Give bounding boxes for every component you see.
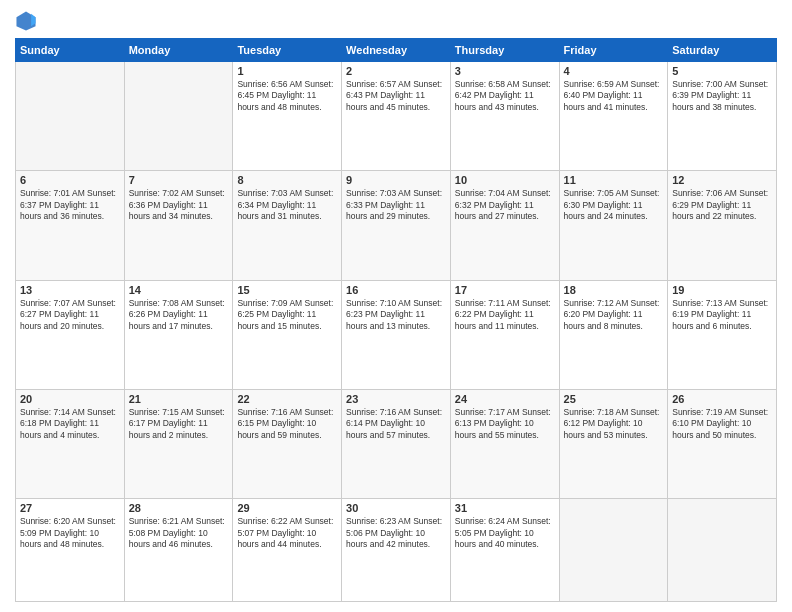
day-info: Sunrise: 7:00 AM Sunset: 6:39 PM Dayligh… [672,79,772,113]
calendar-cell: 24Sunrise: 7:17 AM Sunset: 6:13 PM Dayli… [450,389,559,498]
calendar-cell: 20Sunrise: 7:14 AM Sunset: 6:18 PM Dayli… [16,389,125,498]
day-number: 13 [20,284,120,296]
calendar-cell: 2Sunrise: 6:57 AM Sunset: 6:43 PM Daylig… [342,62,451,171]
calendar-cell: 13Sunrise: 7:07 AM Sunset: 6:27 PM Dayli… [16,280,125,389]
day-number: 2 [346,65,446,77]
calendar-table: SundayMondayTuesdayWednesdayThursdayFrid… [15,38,777,602]
day-info: Sunrise: 7:16 AM Sunset: 6:14 PM Dayligh… [346,407,446,441]
calendar-cell: 7Sunrise: 7:02 AM Sunset: 6:36 PM Daylig… [124,171,233,280]
day-info: Sunrise: 7:01 AM Sunset: 6:37 PM Dayligh… [20,188,120,222]
calendar-cell: 29Sunrise: 6:22 AM Sunset: 5:07 PM Dayli… [233,499,342,602]
day-info: Sunrise: 7:07 AM Sunset: 6:27 PM Dayligh… [20,298,120,332]
day-number: 5 [672,65,772,77]
calendar-cell: 16Sunrise: 7:10 AM Sunset: 6:23 PM Dayli… [342,280,451,389]
day-number: 22 [237,393,337,405]
day-info: Sunrise: 6:57 AM Sunset: 6:43 PM Dayligh… [346,79,446,113]
day-info: Sunrise: 6:23 AM Sunset: 5:06 PM Dayligh… [346,516,446,550]
day-number: 11 [564,174,664,186]
calendar-cell [668,499,777,602]
weekday-header-tuesday: Tuesday [233,39,342,62]
day-info: Sunrise: 7:05 AM Sunset: 6:30 PM Dayligh… [564,188,664,222]
calendar-cell: 8Sunrise: 7:03 AM Sunset: 6:34 PM Daylig… [233,171,342,280]
calendar-cell: 25Sunrise: 7:18 AM Sunset: 6:12 PM Dayli… [559,389,668,498]
day-number: 15 [237,284,337,296]
calendar-cell: 28Sunrise: 6:21 AM Sunset: 5:08 PM Dayli… [124,499,233,602]
weekday-header-saturday: Saturday [668,39,777,62]
day-info: Sunrise: 7:02 AM Sunset: 6:36 PM Dayligh… [129,188,229,222]
day-number: 12 [672,174,772,186]
day-number: 26 [672,393,772,405]
calendar-cell: 10Sunrise: 7:04 AM Sunset: 6:32 PM Dayli… [450,171,559,280]
day-info: Sunrise: 6:21 AM Sunset: 5:08 PM Dayligh… [129,516,229,550]
day-info: Sunrise: 7:12 AM Sunset: 6:20 PM Dayligh… [564,298,664,332]
calendar-cell: 15Sunrise: 7:09 AM Sunset: 6:25 PM Dayli… [233,280,342,389]
logo-icon [15,10,37,32]
day-info: Sunrise: 6:59 AM Sunset: 6:40 PM Dayligh… [564,79,664,113]
day-info: Sunrise: 7:16 AM Sunset: 6:15 PM Dayligh… [237,407,337,441]
day-info: Sunrise: 6:56 AM Sunset: 6:45 PM Dayligh… [237,79,337,113]
calendar-cell: 1Sunrise: 6:56 AM Sunset: 6:45 PM Daylig… [233,62,342,171]
weekday-header-friday: Friday [559,39,668,62]
calendar-cell: 18Sunrise: 7:12 AM Sunset: 6:20 PM Dayli… [559,280,668,389]
day-info: Sunrise: 7:13 AM Sunset: 6:19 PM Dayligh… [672,298,772,332]
day-info: Sunrise: 7:03 AM Sunset: 6:34 PM Dayligh… [237,188,337,222]
calendar-cell: 4Sunrise: 6:59 AM Sunset: 6:40 PM Daylig… [559,62,668,171]
calendar-cell: 5Sunrise: 7:00 AM Sunset: 6:39 PM Daylig… [668,62,777,171]
calendar-week-row: 27Sunrise: 6:20 AM Sunset: 5:09 PM Dayli… [16,499,777,602]
day-info: Sunrise: 7:08 AM Sunset: 6:26 PM Dayligh… [129,298,229,332]
calendar-cell: 6Sunrise: 7:01 AM Sunset: 6:37 PM Daylig… [16,171,125,280]
calendar-cell [16,62,125,171]
day-info: Sunrise: 6:58 AM Sunset: 6:42 PM Dayligh… [455,79,555,113]
day-info: Sunrise: 7:10 AM Sunset: 6:23 PM Dayligh… [346,298,446,332]
day-info: Sunrise: 6:24 AM Sunset: 5:05 PM Dayligh… [455,516,555,550]
day-number: 31 [455,502,555,514]
calendar-cell: 23Sunrise: 7:16 AM Sunset: 6:14 PM Dayli… [342,389,451,498]
day-number: 8 [237,174,337,186]
day-number: 7 [129,174,229,186]
day-number: 23 [346,393,446,405]
day-number: 28 [129,502,229,514]
day-number: 1 [237,65,337,77]
day-info: Sunrise: 7:15 AM Sunset: 6:17 PM Dayligh… [129,407,229,441]
day-info: Sunrise: 7:17 AM Sunset: 6:13 PM Dayligh… [455,407,555,441]
day-number: 25 [564,393,664,405]
day-info: Sunrise: 7:09 AM Sunset: 6:25 PM Dayligh… [237,298,337,332]
day-number: 17 [455,284,555,296]
day-number: 3 [455,65,555,77]
weekday-header-monday: Monday [124,39,233,62]
calendar-cell: 12Sunrise: 7:06 AM Sunset: 6:29 PM Dayli… [668,171,777,280]
calendar-cell: 27Sunrise: 6:20 AM Sunset: 5:09 PM Dayli… [16,499,125,602]
day-number: 19 [672,284,772,296]
day-info: Sunrise: 7:14 AM Sunset: 6:18 PM Dayligh… [20,407,120,441]
day-info: Sunrise: 7:11 AM Sunset: 6:22 PM Dayligh… [455,298,555,332]
day-number: 21 [129,393,229,405]
calendar-week-row: 6Sunrise: 7:01 AM Sunset: 6:37 PM Daylig… [16,171,777,280]
day-info: Sunrise: 6:20 AM Sunset: 5:09 PM Dayligh… [20,516,120,550]
weekday-header-wednesday: Wednesday [342,39,451,62]
weekday-header-sunday: Sunday [16,39,125,62]
day-number: 14 [129,284,229,296]
day-number: 4 [564,65,664,77]
day-info: Sunrise: 7:19 AM Sunset: 6:10 PM Dayligh… [672,407,772,441]
calendar-cell: 17Sunrise: 7:11 AM Sunset: 6:22 PM Dayli… [450,280,559,389]
calendar-cell: 31Sunrise: 6:24 AM Sunset: 5:05 PM Dayli… [450,499,559,602]
day-number: 24 [455,393,555,405]
day-number: 30 [346,502,446,514]
day-number: 27 [20,502,120,514]
calendar-cell: 22Sunrise: 7:16 AM Sunset: 6:15 PM Dayli… [233,389,342,498]
day-number: 9 [346,174,446,186]
day-info: Sunrise: 7:18 AM Sunset: 6:12 PM Dayligh… [564,407,664,441]
weekday-header-row: SundayMondayTuesdayWednesdayThursdayFrid… [16,39,777,62]
calendar-cell: 3Sunrise: 6:58 AM Sunset: 6:42 PM Daylig… [450,62,559,171]
day-number: 29 [237,502,337,514]
header [15,10,777,32]
calendar-week-row: 13Sunrise: 7:07 AM Sunset: 6:27 PM Dayli… [16,280,777,389]
calendar-week-row: 1Sunrise: 6:56 AM Sunset: 6:45 PM Daylig… [16,62,777,171]
calendar-cell [124,62,233,171]
calendar-cell: 11Sunrise: 7:05 AM Sunset: 6:30 PM Dayli… [559,171,668,280]
day-number: 10 [455,174,555,186]
calendar-cell: 14Sunrise: 7:08 AM Sunset: 6:26 PM Dayli… [124,280,233,389]
page: SundayMondayTuesdayWednesdayThursdayFrid… [0,0,792,612]
calendar-cell: 9Sunrise: 7:03 AM Sunset: 6:33 PM Daylig… [342,171,451,280]
calendar-week-row: 20Sunrise: 7:14 AM Sunset: 6:18 PM Dayli… [16,389,777,498]
